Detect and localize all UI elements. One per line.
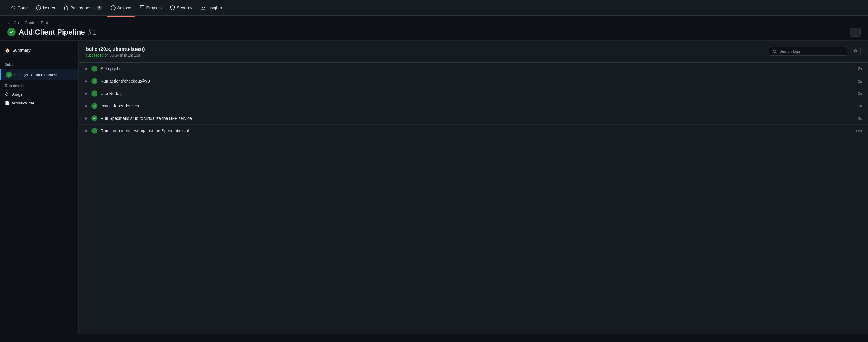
back-arrow-icon: ← xyxy=(7,21,11,25)
job-success-icon xyxy=(6,72,12,78)
sidebar-usage-item[interactable]: ⏱ Usage xyxy=(0,90,79,99)
chevron-right-icon: ► xyxy=(85,116,88,120)
step-name: Run Specmatic stub to virtualize the BFF… xyxy=(100,116,855,121)
step-name: Set up job xyxy=(100,66,855,71)
step-row[interactable]: ► Install dependencies 5s xyxy=(79,100,868,112)
chevron-right-icon: ► xyxy=(85,129,88,133)
subtitle-in: in xyxy=(120,53,124,58)
step-duration: 5s xyxy=(858,104,862,108)
content-area: build (20.x, ubuntu-latest) succeeded on… xyxy=(79,40,868,334)
nav-actions[interactable]: Actions xyxy=(107,3,135,13)
run-details-label: Run details xyxy=(0,80,79,90)
pr-icon xyxy=(64,5,68,10)
chevron-right-icon: ► xyxy=(85,67,88,71)
settings-button[interactable] xyxy=(850,46,861,56)
nav-insights-label: Insights xyxy=(207,5,222,10)
search-icon xyxy=(773,49,777,54)
subtitle-on: on Jul 24 xyxy=(104,53,119,58)
nav-projects-label: Projects xyxy=(146,5,162,10)
nav-insights[interactable]: Insights xyxy=(197,3,225,13)
sidebar-workflow-file-item[interactable]: 📄 Workflow file xyxy=(0,99,79,107)
security-icon xyxy=(170,5,175,10)
success-check-icon xyxy=(7,28,16,36)
actions-icon xyxy=(111,5,116,10)
step-row[interactable]: ► Run actions/checkout@v3 0s xyxy=(79,75,868,88)
step-duration: 16s xyxy=(856,129,862,133)
step-name: Run component test against the Specmatic… xyxy=(100,128,852,133)
jobs-section-label: Jobs xyxy=(0,61,79,69)
more-options-button[interactable]: ··· xyxy=(850,28,861,37)
gear-icon xyxy=(853,49,858,53)
step-duration: 0s xyxy=(858,91,862,96)
steps-list: ► Set up job 2s ► Run actions/checkout@v… xyxy=(79,63,868,137)
search-logs-input[interactable]: Search logs xyxy=(769,47,847,56)
issue-icon xyxy=(36,5,41,10)
nav-code[interactable]: Code xyxy=(7,3,31,13)
step-duration: 2s xyxy=(858,67,862,71)
step-name: Run actions/checkout@v3 xyxy=(100,79,855,84)
step-success-icon xyxy=(91,115,97,121)
page-title: Add Client Pipeline #1 xyxy=(7,28,96,36)
projects-icon xyxy=(140,5,144,10)
chevron-right-icon: ► xyxy=(85,104,88,108)
code-icon xyxy=(11,5,16,10)
step-success-icon xyxy=(91,91,97,97)
workflow-file-label: Workflow file xyxy=(12,101,34,105)
page-title-row: Add Client Pipeline #1 ··· xyxy=(7,28,861,37)
home-icon: 🏠 xyxy=(5,48,10,53)
step-success-icon xyxy=(91,78,97,84)
nav-code-label: Code xyxy=(18,5,28,10)
step-row[interactable]: ► Use Node.js 0s xyxy=(79,88,868,100)
header-right: Search logs xyxy=(769,46,861,56)
summary-label: Summary xyxy=(12,48,31,53)
file-icon: 📄 xyxy=(5,101,10,105)
sidebar: 🏠 Summary Jobs build (20.x, ubuntu-lates… xyxy=(0,40,79,334)
step-duration: 0s xyxy=(858,79,862,84)
sidebar-divider xyxy=(5,58,73,58)
usage-label: Usage xyxy=(11,92,23,97)
status-succeeded: succeeded xyxy=(86,53,103,58)
step-name: Install dependencies xyxy=(100,103,855,108)
main-layout: 🏠 Summary Jobs build (20.x, ubuntu-lates… xyxy=(0,40,868,334)
run-title: Add Client Pipeline xyxy=(19,28,85,36)
search-logs-placeholder: Search logs xyxy=(779,49,800,54)
nav-pull-requests[interactable]: Pull requests 6 xyxy=(60,3,106,13)
step-duration: 3s xyxy=(858,116,862,121)
breadcrumb: ← Client Contract Test xyxy=(7,21,861,25)
nav-issues[interactable]: Issues xyxy=(32,3,58,13)
clock-icon: ⏱ xyxy=(5,92,9,97)
breadcrumb-link[interactable]: Client Contract Test xyxy=(13,21,48,25)
nav-actions-label: Actions xyxy=(117,5,131,10)
content-header-text: build (20.x, ubuntu-latest) succeeded on… xyxy=(86,46,145,58)
nav-projects[interactable]: Projects xyxy=(136,3,165,13)
insights-icon xyxy=(200,5,206,10)
step-row[interactable]: ► Run Specmatic stub to virtualize the B… xyxy=(79,112,868,125)
header-area: ← Client Contract Test Add Client Pipeli… xyxy=(0,16,868,40)
step-success-icon xyxy=(91,66,97,72)
nav-security-label: Security xyxy=(177,5,192,10)
step-success-icon xyxy=(91,128,97,134)
content-subtitle: succeeded on Jul 24 in in 1m 15s xyxy=(86,53,145,58)
nav-pr-label: Pull requests xyxy=(70,5,95,10)
step-success-icon xyxy=(91,103,97,109)
job-label: build (20.x, ubuntu-latest) xyxy=(14,73,59,77)
step-row[interactable]: ► Set up job 2s xyxy=(79,63,868,75)
step-name: Use Node.js xyxy=(100,91,855,96)
step-row[interactable]: ► Run component test against the Specmat… xyxy=(79,125,868,137)
sidebar-job-item[interactable]: build (20.x, ubuntu-latest) xyxy=(0,69,79,80)
content-header: build (20.x, ubuntu-latest) succeeded on… xyxy=(79,40,868,63)
chevron-right-icon: ► xyxy=(85,91,88,96)
nav-issues-label: Issues xyxy=(43,5,55,10)
chevron-right-icon: ► xyxy=(85,79,88,83)
top-nav: Code Issues Pull requests 6 Actions Proj… xyxy=(0,0,868,16)
sidebar-summary-item[interactable]: 🏠 Summary xyxy=(0,45,79,55)
content-title: build (20.x, ubuntu-latest) xyxy=(86,46,145,52)
nav-security[interactable]: Security xyxy=(166,3,196,13)
run-number: #1 xyxy=(88,28,96,36)
pr-badge: 6 xyxy=(97,6,102,10)
subtitle-duration: in 1m 15s xyxy=(124,53,140,58)
